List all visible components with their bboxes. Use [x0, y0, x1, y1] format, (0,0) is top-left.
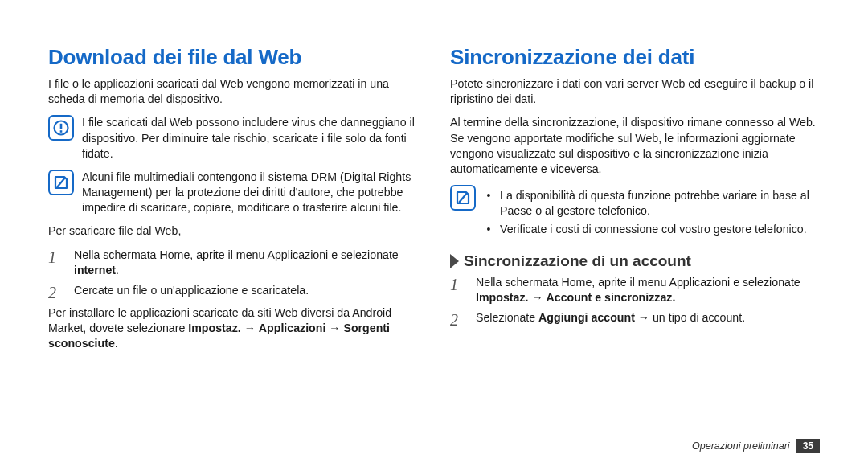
left-step-1: 1 Nella schermata Home, aprite il menu A…: [48, 248, 418, 278]
caution-icon: [48, 115, 74, 141]
note-icon: [450, 185, 476, 211]
right-column: Sincronizzazione dei dati Potete sincron…: [450, 45, 820, 448]
step-number: 2: [450, 310, 468, 328]
left-intro: I file o le applicazioni scaricati dal W…: [48, 76, 418, 107]
bold-key: Account e sincronizzaz.: [547, 291, 676, 304]
step-text: Selezionate Aggiungi account → un tipo d…: [476, 310, 820, 328]
right-heading: Sincronizzazione dei dati: [450, 45, 820, 70]
left-column: Download dei file dal Web I file o le ap…: [48, 45, 418, 448]
text-fragment: → un tipo di account.: [635, 311, 745, 324]
note-text-left: Alcuni file multimediali contengono il s…: [82, 170, 418, 216]
left-heading: Download dei file dal Web: [48, 45, 418, 70]
bullet-item: • La disponibilità di questa funzione po…: [484, 188, 820, 219]
text-fragment: Selezionate: [476, 311, 538, 324]
document-page: Download dei file dal Web I file o le ap…: [0, 0, 868, 471]
left-tail: Per installare le applicazioni scaricate…: [48, 305, 418, 352]
bold-key: Impostaz.: [188, 322, 240, 334]
step-text: Nella schermata Home, aprite il menu App…: [74, 248, 418, 278]
note-text-right: • La disponibilità di questa funzione po…: [484, 185, 820, 241]
step-number: 1: [450, 275, 468, 305]
right-p2: Al termine della sincronizzazione, il di…: [450, 115, 820, 177]
step-number: 2: [48, 283, 66, 301]
arrow-sep: →: [326, 322, 343, 334]
footer-page-number: 35: [796, 439, 820, 453]
warning-block: I file scaricati dal Web possono include…: [48, 115, 418, 162]
text-fragment: Nella schermata Home, aprite il menu App…: [476, 276, 800, 289]
bold-key: Aggiungi account: [538, 311, 635, 324]
bullet-dot-icon: •: [484, 188, 493, 219]
step-text: Cercate un file o un'applicazione e scar…: [74, 283, 418, 301]
text-fragment: .: [116, 264, 119, 276]
left-lead: Per scaricare file dal Web,: [48, 223, 418, 239]
right-p1: Potete sincronizzare i dati con vari ser…: [450, 76, 820, 107]
note-icon: [48, 170, 74, 195]
step-number: 1: [48, 248, 66, 278]
bullet-text: La disponibilità di questa funzione potr…: [500, 188, 820, 219]
left-step-2: 2 Cercate un file o un'applicazione e sc…: [48, 283, 418, 301]
arrow-sep: →: [241, 322, 259, 334]
text-fragment: .: [115, 337, 118, 350]
warning-text: I file scaricati dal Web possono include…: [82, 115, 418, 162]
bold-key: Applicazioni: [259, 322, 326, 334]
right-step-2: 2 Selezionate Aggiungi account → un tipo…: [450, 310, 820, 328]
chevron-right-icon: [450, 254, 459, 268]
arrow-sep: →: [528, 291, 546, 304]
bold-key: internet: [74, 264, 116, 276]
bold-key: Impostaz.: [476, 291, 528, 304]
text-fragment: Nella schermata Home, aprite il menu App…: [74, 248, 399, 261]
note-block-left: Alcuni file multimediali contengono il s…: [48, 170, 418, 216]
page-footer: Operazioni preliminari 35: [692, 439, 820, 453]
svg-rect-2: [60, 131, 63, 133]
right-step-1: 1 Nella schermata Home, aprite il menu A…: [450, 275, 820, 305]
note-block-right: • La disponibilità di questa funzione po…: [450, 185, 820, 241]
bullet-text: Verificate i costi di connessione col vo…: [500, 222, 820, 238]
svg-rect-1: [60, 124, 63, 129]
footer-section-label: Operazioni preliminari: [692, 440, 790, 452]
subsection-title: Sincronizzazione di un account: [464, 252, 691, 270]
subsection-heading: Sincronizzazione di un account: [450, 252, 820, 270]
bullet-dot-icon: •: [484, 222, 493, 238]
step-text: Nella schermata Home, aprite il menu App…: [476, 275, 820, 305]
bullet-item: • Verificate i costi di connessione col …: [484, 222, 820, 238]
